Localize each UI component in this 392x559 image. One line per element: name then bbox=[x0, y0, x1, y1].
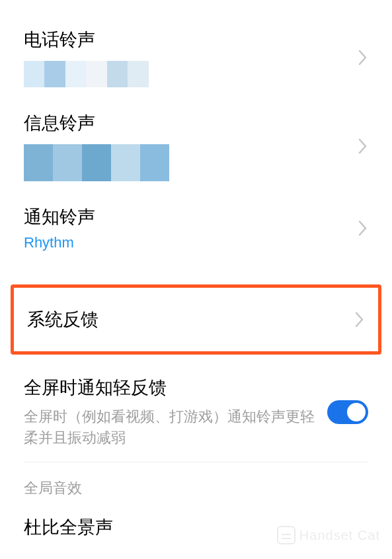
row-content: 电话铃声 bbox=[24, 28, 358, 87]
row-content: 全屏时通知轻反馈 全屏时（例如看视频、打游戏）通知铃声更轻柔并且振动减弱 bbox=[24, 376, 327, 449]
chevron-right-icon bbox=[358, 220, 368, 237]
row-content: 通知铃声 Rhythm bbox=[24, 205, 358, 251]
notification-ringtone-title: 通知铃声 bbox=[24, 205, 358, 229]
fullscreen-feedback-title: 全屏时通知轻反馈 bbox=[24, 376, 327, 400]
phone-ringtone-title: 电话铃声 bbox=[24, 28, 358, 52]
chevron-right-icon bbox=[358, 49, 368, 66]
row-sms-ringtone[interactable]: 信息铃声 bbox=[0, 93, 392, 187]
highlight-box: 系统反馈 bbox=[11, 284, 381, 355]
row-fullscreen-feedback: 全屏时通知轻反馈 全屏时（例如看视频、打游戏）通知铃声更轻柔并且振动减弱 bbox=[0, 363, 392, 462]
row-system-feedback[interactable]: 系统反馈 bbox=[14, 288, 378, 351]
row-content: 信息铃声 bbox=[24, 111, 358, 181]
section-global-sound: 全局音效 bbox=[0, 462, 392, 506]
sms-ringtone-title: 信息铃声 bbox=[24, 111, 358, 135]
row-phone-ringtone[interactable]: 电话铃声 bbox=[0, 13, 392, 93]
redacted-value bbox=[24, 61, 169, 87]
watermark: Handset Cat bbox=[277, 526, 380, 544]
chevron-right-icon bbox=[354, 311, 365, 328]
fullscreen-feedback-toggle[interactable] bbox=[327, 400, 368, 424]
watermark-icon bbox=[277, 526, 295, 544]
fullscreen-feedback-desc: 全屏时（例如看视频、打游戏）通知铃声更轻柔并且振动减弱 bbox=[24, 406, 327, 449]
watermark-text: Handset Cat bbox=[299, 528, 380, 543]
row-content: 系统反馈 bbox=[27, 308, 354, 331]
settings-list: 电话铃声 信息铃声 通知铃声 Rhythm bbox=[0, 0, 392, 552]
system-feedback-title: 系统反馈 bbox=[27, 308, 354, 331]
redacted-value bbox=[24, 144, 169, 181]
toggle-thumb bbox=[347, 403, 366, 421]
notification-ringtone-value: Rhythm bbox=[24, 234, 358, 251]
chevron-right-icon bbox=[358, 138, 368, 155]
row-notification-ringtone[interactable]: 通知铃声 Rhythm bbox=[0, 187, 392, 266]
